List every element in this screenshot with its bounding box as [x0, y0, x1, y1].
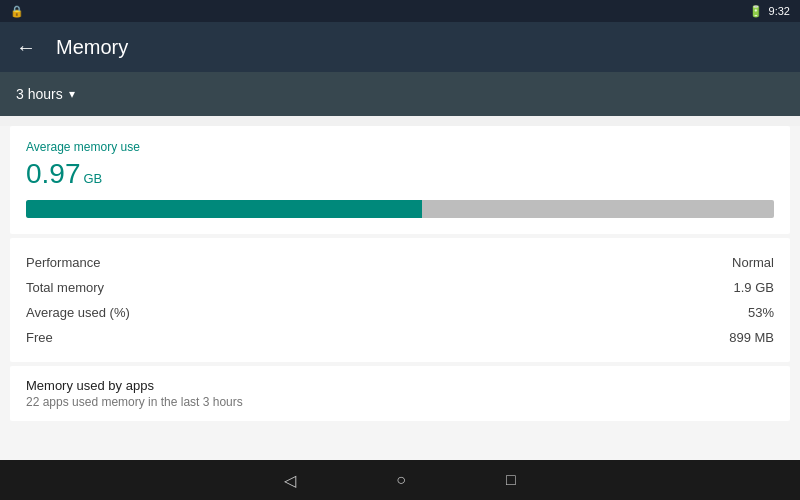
chevron-down-icon: ▾ — [69, 87, 75, 101]
status-bar-left: 🔒 — [10, 5, 24, 18]
recents-nav-button[interactable]: □ — [506, 471, 516, 489]
stat-row-total: Total memory 1.9 GB — [26, 275, 774, 300]
navigation-bar: ◁ ○ □ — [0, 460, 800, 500]
home-nav-button[interactable]: ○ — [396, 471, 406, 489]
stat-value-total: 1.9 GB — [734, 280, 774, 295]
status-bar: 🔒 🔋 9:32 — [0, 0, 800, 22]
stat-value-avg-used: 53% — [748, 305, 774, 320]
memory-number: 0.97 — [26, 158, 81, 190]
stat-value-performance: Normal — [732, 255, 774, 270]
stat-value-free: 899 MB — [729, 330, 774, 345]
apps-card-subtitle: 22 apps used memory in the last 3 hours — [26, 395, 774, 409]
page-title: Memory — [56, 36, 128, 59]
apps-card-title: Memory used by apps — [26, 378, 774, 393]
stat-label-free: Free — [26, 330, 53, 345]
stat-row-free: Free 899 MB — [26, 325, 774, 350]
memory-value-display: 0.97 GB — [26, 158, 774, 190]
stats-card: Performance Normal Total memory 1.9 GB A… — [10, 238, 790, 362]
stat-label-performance: Performance — [26, 255, 100, 270]
stat-label-avg-used: Average used (%) — [26, 305, 130, 320]
stat-row-avg-used: Average used (%) 53% — [26, 300, 774, 325]
memory-bar-used — [26, 200, 422, 218]
main-content: Average memory use 0.97 GB Performance N… — [0, 126, 800, 470]
stat-label-total: Total memory — [26, 280, 104, 295]
battery-icon: 🔋 — [749, 5, 763, 18]
average-label: Average memory use — [26, 140, 774, 154]
memory-bar-container — [26, 200, 774, 218]
filter-label: 3 hours — [16, 86, 63, 102]
time-filter-dropdown[interactable]: 3 hours ▾ — [16, 86, 75, 102]
time-display: 9:32 — [769, 5, 790, 17]
app-bar: ← Memory — [0, 22, 800, 72]
status-bar-right: 🔋 9:32 — [749, 5, 790, 18]
memory-value-card: Average memory use 0.97 GB — [10, 126, 790, 234]
apps-used-card[interactable]: Memory used by apps 22 apps used memory … — [10, 366, 790, 421]
back-button[interactable]: ← — [16, 36, 36, 59]
back-nav-button[interactable]: ◁ — [284, 471, 296, 490]
memory-unit: GB — [84, 171, 103, 186]
lock-icon: 🔒 — [10, 5, 24, 18]
filter-bar: 3 hours ▾ — [0, 72, 800, 116]
stat-row-performance: Performance Normal — [26, 250, 774, 275]
